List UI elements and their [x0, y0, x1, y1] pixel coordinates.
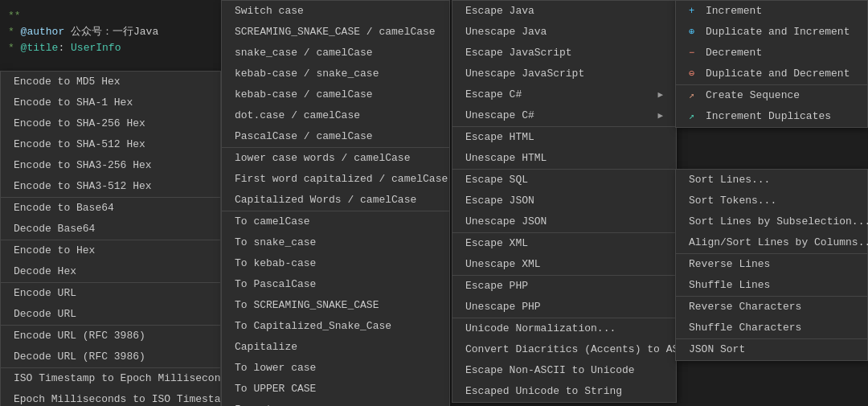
- encode-decode-menu: Encode to MD5 Hex Encode to SHA-1 Hex En…: [0, 71, 221, 406]
- editor-line-1: **: [8, 8, 158, 24]
- menu-item-decode-base64[interactable]: Decode Base64: [1, 219, 220, 240]
- menu-item-encode-sha3-256[interactable]: Encode to SHA3-256 Hex: [1, 155, 220, 176]
- menu-item-escape-csharp[interactable]: Escape C# ▶: [452, 84, 676, 105]
- menu-item-unescape-php[interactable]: Unescape PHP: [452, 297, 676, 318]
- sort-transform-menu: Sort Lines... Sort Tokens... Sort Lines …: [675, 169, 868, 361]
- menu-item-duplicate-increment[interactable]: ⊕ Duplicate and Increment: [676, 22, 867, 43]
- menu-item-convert-diacritics[interactable]: Convert Diacritics (Accents) to ASCII: [452, 339, 676, 360]
- menu-item-escape-js[interactable]: Escape JavaScript: [452, 43, 676, 64]
- menu-item-unicode-norm[interactable]: Unicode Normalization...: [452, 318, 676, 339]
- menu-item-sort-tokens[interactable]: Sort Tokens...: [676, 191, 867, 211]
- menu-item-encode-url-rfc[interactable]: Encode URL (RFC 3986): [1, 325, 220, 347]
- menu-item-encode-sha512[interactable]: Encode to SHA-512 Hex: [1, 134, 220, 155]
- menu-item-escape-json[interactable]: Escape JSON: [452, 191, 676, 211]
- menu-item-to-screaming-snake[interactable]: To SCREAMING_SNAKE_CASE: [222, 295, 449, 316]
- menu-item-to-snake[interactable]: To snake_case: [222, 232, 449, 253]
- menu-item-to-lower[interactable]: To lower case: [222, 358, 449, 379]
- menu-item-unescape-json[interactable]: Unescape JSON: [452, 211, 676, 232]
- title-comment: *: [8, 42, 21, 54]
- green-arrow-icon: ↗: [689, 111, 694, 122]
- menu-item-encode-sha3-512[interactable]: Encode to SHA3-512 Hex: [1, 176, 220, 197]
- menu-item-to-camel[interactable]: To camelCase: [222, 211, 449, 232]
- submenu-arrow: ▶: [657, 87, 663, 103]
- menu-item-decode-url[interactable]: Decode URL: [1, 304, 220, 325]
- menu-item-decrement[interactable]: − Decrement: [676, 43, 867, 64]
- menu-item-escape-html[interactable]: Escape HTML: [452, 126, 676, 148]
- menu-item-shuffle-lines[interactable]: Shuffle Lines: [676, 275, 867, 296]
- menu-item-sort-lines-subselection[interactable]: Sort Lines by Subselection...: [676, 211, 867, 232]
- minus-icon: −: [689, 47, 694, 59]
- menu-item-unescape-java[interactable]: Unescape Java: [452, 22, 676, 43]
- menu-item-create-sequence[interactable]: ↗ Create Sequence: [676, 84, 867, 106]
- menu-item-increment[interactable]: + Increment: [676, 1, 867, 22]
- menu-item-encode-sha1[interactable]: Encode to SHA-1 Hex: [1, 92, 220, 113]
- menu-item-pascal-camel[interactable]: PascalCase / camelCase: [222, 126, 449, 147]
- menu-item-to-pascal[interactable]: To PascalCase: [222, 274, 449, 295]
- menu-item-unescape-xml[interactable]: Unescape XML: [452, 254, 676, 275]
- increment-decrement-menu: + Increment ⊕ Duplicate and Increment − …: [675, 0, 868, 128]
- menu-item-escape-sql[interactable]: Escape SQL: [452, 169, 676, 191]
- menu-item-align-sort-columns[interactable]: Align/Sort Lines by Columns...: [676, 232, 867, 253]
- editor-content: ** * @author 公众号：一行Java * @title: UserIn…: [8, 8, 158, 56]
- plus-icon: +: [689, 6, 694, 17]
- menu-item-escape-php[interactable]: Escape PHP: [452, 275, 676, 297]
- menu-item-reverse-characters[interactable]: Reverse Characters: [676, 296, 867, 318]
- menu-item-to-upper[interactable]: To UPPER CASE: [222, 379, 449, 400]
- menu-item-escape-java[interactable]: Escape Java: [452, 1, 676, 22]
- arrow-icon: ↗: [689, 90, 694, 101]
- menu-item-encode-sha256[interactable]: Encode to SHA-256 Hex: [1, 113, 220, 134]
- circle-minus-icon: ⊖: [689, 68, 694, 80]
- menu-item-iso-to-epoch[interactable]: ISO Timestamp to Epoch Milliseconds: [1, 367, 220, 389]
- menu-item-increment-duplicates[interactable]: ↗ Increment Duplicates: [676, 106, 867, 127]
- menu-item-escape-non-ascii[interactable]: Escape Non-ASCII to Unicode: [452, 360, 676, 381]
- case-conversion-menu: Switch case SCREAMING_SNAKE_CASE / camel…: [221, 0, 450, 406]
- menu-item-cap-words-camel[interactable]: Capitalized Words / camelCase: [222, 190, 449, 211]
- menu-item-duplicate-decrement[interactable]: ⊖ Duplicate and Decrement: [676, 64, 867, 84]
- menu-item-screaming-snake-camel[interactable]: SCREAMING_SNAKE_CASE / camelCase: [222, 22, 449, 43]
- submenu-arrow: ▶: [657, 108, 663, 124]
- menu-item-sort-lines[interactable]: Sort Lines...: [676, 170, 867, 191]
- menu-item-escaped-unicode[interactable]: Escaped Unicode to String: [452, 381, 676, 402]
- menu-item-capitalize[interactable]: Capitalize: [222, 337, 449, 358]
- menu-item-kebab-camel[interactable]: kebab-case / camelCase: [222, 84, 449, 105]
- menu-item-epoch-to-iso[interactable]: Epoch Milliseconds to ISO Timestamp: [1, 389, 220, 406]
- menu-item-encode-url[interactable]: Encode URL: [1, 282, 220, 304]
- menu-item-unescape-js[interactable]: Unescape JavaScript: [452, 64, 676, 84]
- menu-item-decode-url-rfc[interactable]: Decode URL (RFC 3986): [1, 347, 220, 367]
- menu-item-escape-xml[interactable]: Escape XML: [452, 232, 676, 254]
- editor-line-2: * @author 公众号：一行Java: [8, 24, 158, 40]
- editor-line-3: * @title: UserInfo: [8, 40, 158, 56]
- escape-menu: Escape Java Unescape Java Escape JavaScr…: [452, 0, 677, 403]
- menu-item-reverse-lines[interactable]: Reverse Lines: [676, 253, 867, 275]
- menu-item-encode-base64[interactable]: Encode to Base64: [1, 197, 220, 219]
- menu-item-unescape-csharp[interactable]: Unescape C# ▶: [452, 105, 676, 126]
- menu-item-unescape-html[interactable]: Unescape HTML: [452, 148, 676, 169]
- menu-item-dot-camel[interactable]: dot.case / camelCase: [222, 105, 449, 126]
- menu-item-snake-camel[interactable]: snake_case / camelCase: [222, 43, 449, 64]
- menu-item-kebab-snake[interactable]: kebab-case / snake_case: [222, 64, 449, 84]
- author-comment: *: [8, 26, 21, 38]
- menu-item-json-sort[interactable]: JSON Sort: [676, 338, 867, 360]
- menu-item-shuffle-characters[interactable]: Shuffle Characters: [676, 318, 867, 338]
- menu-item-to-cap-snake[interactable]: To Capitalized_Snake_Case: [222, 316, 449, 337]
- menu-item-to-kebab[interactable]: To kebab-case: [222, 253, 449, 274]
- circle-plus-icon: ⊕: [689, 27, 694, 38]
- menu-item-encode-hex[interactable]: Encode to Hex: [1, 240, 220, 261]
- menu-item-lowercase-words-camel[interactable]: lower case words / camelCase: [222, 147, 449, 169]
- menu-item-switch-case[interactable]: Switch case: [222, 1, 449, 22]
- comment-text: **: [8, 10, 21, 22]
- menu-item-invert-case[interactable]: Invert case: [222, 400, 449, 406]
- menu-item-decode-hex[interactable]: Decode Hex: [1, 261, 220, 282]
- menu-item-encode-md5[interactable]: Encode to MD5 Hex: [1, 72, 220, 92]
- menu-item-first-word-cap-camel[interactable]: First word capitalized / camelCase: [222, 169, 449, 190]
